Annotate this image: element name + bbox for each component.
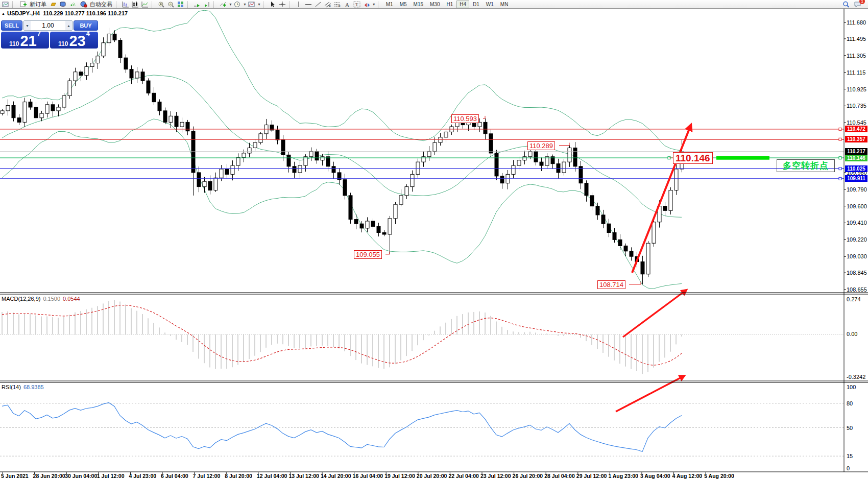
trend-arrow-macd[interactable] (623, 290, 686, 337)
line-handle[interactable] (839, 177, 841, 180)
svg-text:E: E (329, 5, 331, 8)
candle (596, 206, 599, 215)
candle (29, 102, 32, 107)
volume-stepper: ▼ ▲ (23, 20, 73, 31)
search-icon[interactable] (841, 1, 851, 8)
candle (568, 148, 571, 162)
rsi-line (2, 402, 682, 451)
candle (405, 187, 408, 196)
templates-dropdown-caret[interactable]: ▼ (257, 3, 261, 6)
fibonacci-tool-icon[interactable]: F (333, 1, 342, 8)
candle (135, 72, 139, 78)
horizontal-line-tool-icon[interactable] (304, 1, 313, 8)
candle (248, 148, 251, 153)
candle (467, 122, 470, 125)
chart-window-icon[interactable] (1, 1, 10, 8)
arrows-tool-icon[interactable] (362, 1, 371, 8)
tab-timeframe-h4[interactable]: H4 (456, 1, 469, 8)
candle (186, 122, 189, 131)
symbol-collapse-icon[interactable]: ▲ (2, 12, 5, 15)
candle (680, 152, 684, 169)
tab-timeframe-m5[interactable]: M5 (397, 1, 410, 8)
candle (96, 56, 100, 63)
candle (489, 134, 493, 153)
candle (590, 196, 594, 206)
text-tool-icon[interactable]: A (343, 1, 352, 8)
candle (343, 180, 347, 196)
candle (34, 107, 38, 118)
sell-price-display[interactable]: 110 21 7 (1, 32, 49, 49)
tab-timeframe-mn[interactable]: MN (497, 1, 512, 8)
line-chart-icon[interactable] (140, 1, 150, 8)
candle (163, 111, 167, 122)
candle (293, 166, 296, 173)
indicators-dropdown-caret[interactable]: ▼ (229, 3, 232, 6)
tab-timeframe-m1[interactable]: M1 (383, 1, 396, 8)
toolbar-separator (213, 1, 216, 8)
signal-icon[interactable] (68, 1, 77, 8)
auto-trading-button[interactable]: 自动交易 (78, 1, 114, 8)
volume-input[interactable] (31, 21, 65, 30)
candle (236, 158, 240, 166)
auto-trading-icon (79, 1, 88, 8)
arrows-dropdown-caret[interactable]: ▼ (372, 3, 376, 6)
candle (315, 151, 319, 160)
gold-icon[interactable] (49, 1, 58, 8)
line-handle[interactable] (839, 128, 841, 130)
tile-windows-icon[interactable] (176, 1, 185, 8)
sell-price-base: 110 (9, 40, 19, 47)
line-handle[interactable] (839, 138, 841, 140)
volume-decrease-button[interactable]: ▼ (24, 21, 31, 30)
candlestick-chart-icon[interactable] (131, 1, 140, 8)
new-order-button[interactable]: 新订单 (17, 1, 48, 8)
candle (394, 204, 397, 219)
buy-price-display[interactable]: 110 23 4 (50, 32, 98, 49)
candle (197, 173, 201, 187)
candle (276, 130, 279, 140)
chart-shift-icon[interactable] (202, 1, 211, 8)
tab-timeframe-h1[interactable]: H1 (443, 1, 456, 8)
candle (321, 157, 324, 160)
candle (12, 106, 15, 118)
cursor-icon[interactable] (268, 1, 277, 8)
line-handle[interactable] (839, 157, 841, 159)
zoom-in-icon[interactable] (157, 1, 166, 8)
candle (382, 233, 386, 234)
candle (540, 162, 543, 165)
candle (399, 196, 403, 204)
candle (287, 155, 291, 166)
channel-tool-icon[interactable]: E (323, 1, 332, 8)
candle (630, 251, 633, 256)
crosshair-icon[interactable] (278, 1, 287, 8)
candle (242, 153, 246, 158)
templates-icon[interactable] (247, 1, 256, 8)
auto-scroll-icon[interactable] (192, 1, 202, 8)
trend-arrow-main[interactable] (632, 125, 691, 273)
terminal-icon[interactable] (58, 1, 67, 8)
new-order-label: 新订单 (30, 1, 46, 8)
candle (624, 246, 628, 251)
candle (641, 262, 644, 274)
tab-timeframe-m30[interactable]: M30 (427, 1, 443, 8)
tab-timeframe-w1[interactable]: W1 (483, 1, 497, 8)
tab-timeframe-d1[interactable]: D1 (470, 1, 483, 8)
volume-increase-button[interactable]: ▲ (65, 21, 72, 30)
candle (461, 122, 465, 125)
line-handle[interactable] (839, 167, 841, 170)
periods-icon[interactable] (233, 1, 242, 8)
sell-button[interactable]: SELL (1, 20, 22, 31)
trendline-tool-icon[interactable] (314, 1, 323, 8)
indicators-icon[interactable] (219, 1, 228, 8)
zoom-out-icon[interactable] (166, 1, 176, 8)
candle (6, 106, 10, 111)
candle (674, 169, 678, 190)
periods-dropdown-caret[interactable]: ▼ (243, 3, 247, 6)
tab-timeframe-m15[interactable]: M15 (411, 1, 426, 8)
bar-chart-icon[interactable] (121, 1, 130, 8)
candle (523, 157, 526, 160)
candle (433, 142, 437, 151)
text-label-tool-icon[interactable]: T (352, 1, 361, 8)
notifications-icon[interactable]: 1 (853, 1, 862, 8)
vertical-line-tool-icon[interactable] (294, 1, 303, 8)
toolbar-separator (152, 1, 155, 8)
